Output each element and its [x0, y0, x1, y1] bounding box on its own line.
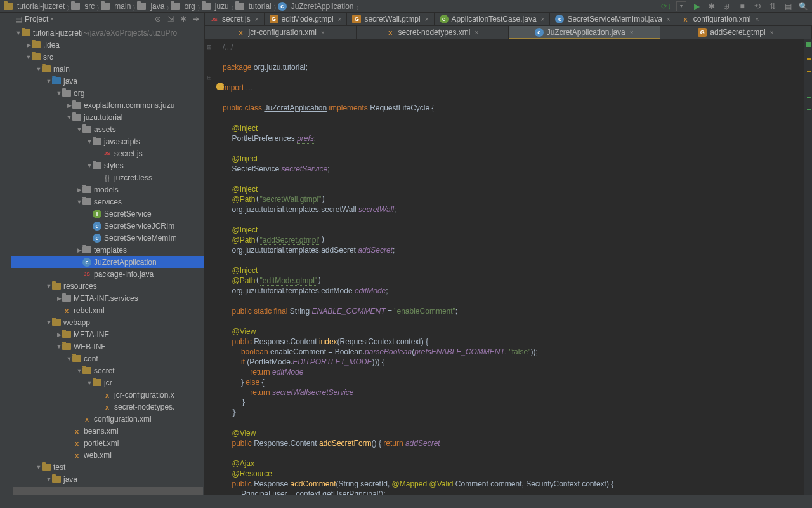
- tree-node[interactable]: portlet.xml: [11, 437, 204, 449]
- tree-node[interactable]: juzcret.less: [11, 171, 204, 184]
- close-icon[interactable]: ×: [255, 16, 259, 23]
- make-button[interactable]: ⟳↓: [661, 1, 671, 11]
- ok-mark[interactable]: [807, 109, 811, 110]
- collapse-icon[interactable]: ⇲: [166, 15, 175, 23]
- tree-node[interactable]: beans.xml: [11, 425, 204, 437]
- close-icon[interactable]: ×: [667, 16, 671, 23]
- tree-node[interactable]: ▼tutorial-juzcret (~/java/eXoProjects/Ju…: [11, 27, 204, 39]
- intention-bulb-icon[interactable]: [216, 83, 224, 90]
- tree-node[interactable]: cSecretServiceJCRIm: [11, 220, 204, 232]
- editor-tab[interactable]: cApplicationTestCase.java×: [435, 13, 551, 25]
- tree-node[interactable]: ▼juzu.tutorial: [11, 111, 204, 123]
- inspection-indicator[interactable]: [806, 42, 811, 47]
- run-config-dropdown[interactable]: [676, 1, 686, 11]
- close-icon[interactable]: ×: [321, 29, 325, 36]
- coverage-button[interactable]: ⛨: [722, 1, 732, 11]
- tree-node[interactable]: web.xml: [11, 449, 204, 461]
- editor-area: secret.js×editMode.gtmpl×secretWall.gtmp…: [205, 13, 812, 495]
- tree-node[interactable]: ▶templates: [11, 244, 204, 256]
- breadcrumb-item[interactable]: cJuZcretApplication: [278, 2, 359, 11]
- breadcrumb-item[interactable]: tutorial: [235, 2, 277, 11]
- warning-mark[interactable]: [807, 71, 811, 72]
- vcs-button[interactable]: ⇅: [768, 1, 778, 11]
- tree-node[interactable]: ▶exoplatform.commons.juzu: [11, 99, 204, 111]
- tree-node[interactable]: rebel.xml: [11, 304, 204, 316]
- tree-node[interactable]: ▼WEB-INF: [11, 340, 204, 352]
- tree-node[interactable]: ▼java: [11, 473, 204, 485]
- autoscroll-icon[interactable]: ⊙: [154, 15, 162, 23]
- project-title[interactable]: Project: [25, 15, 48, 23]
- search-icon[interactable]: 🔍: [798, 1, 808, 11]
- breadcrumb-item[interactable]: main: [101, 2, 136, 11]
- editor-tab[interactable]: secret-nodetypes.xml×: [357, 26, 508, 39]
- close-icon[interactable]: ×: [755, 16, 759, 23]
- tree-node[interactable]: ▶.idea: [11, 39, 204, 51]
- tree-node[interactable]: secret-nodetypes.: [11, 401, 204, 413]
- breadcrumb-item[interactable]: tutorial-juzcret: [4, 2, 70, 11]
- tree-node[interactable]: ▶META-INF: [11, 328, 204, 340]
- close-icon[interactable]: ×: [475, 29, 478, 36]
- tree-node[interactable]: ▼secret: [11, 364, 204, 377]
- breadcrumb-item[interactable]: org: [171, 2, 200, 11]
- fold-toggle[interactable]: ⊞: [207, 42, 212, 52]
- project-panel: ▤ Project ▾ ⊙ ⇲ ✱ ➔ ▼tutorial-juzcret (~…: [11, 13, 205, 495]
- tree-node[interactable]: ▼main: [11, 63, 204, 75]
- ok-mark[interactable]: [807, 97, 811, 98]
- tree-node[interactable]: secret.js: [11, 147, 204, 159]
- editor-tab[interactable]: configuration.xml×: [676, 13, 765, 25]
- error-stripe[interactable]: [804, 39, 812, 495]
- run-button[interactable]: ▶: [691, 1, 702, 11]
- tree-node[interactable]: ▼java: [11, 75, 204, 87]
- structure-button[interactable]: ▤: [783, 1, 793, 11]
- debug-button[interactable]: ✱: [707, 1, 717, 11]
- editor-tab[interactable]: secretWall.gtmpl×: [347, 13, 434, 25]
- project-panel-header: ▤ Project ▾ ⊙ ⇲ ✱ ➔: [11, 13, 204, 25]
- tree-node[interactable]: ▼test: [11, 461, 204, 473]
- tree-node[interactable]: ISecretService: [11, 208, 204, 220]
- tree-node[interactable]: ▼conf: [11, 352, 204, 364]
- code-content[interactable]: /.../ package org.juzu.tutorial; import …: [211, 42, 812, 495]
- breadcrumb-item[interactable]: juzu: [202, 2, 234, 11]
- project-tree[interactable]: ▼tutorial-juzcret (~/java/eXoProjects/Ju…: [11, 25, 204, 487]
- tree-node[interactable]: ▼resources: [11, 280, 204, 292]
- fold-toggle[interactable]: ⊞: [207, 72, 212, 83]
- stop-button[interactable]: ■: [737, 1, 747, 11]
- reload-button[interactable]: ⟲: [752, 1, 763, 11]
- breadcrumb: tutorial-juzcretsrcmainjavaorgjuzututori…: [4, 2, 359, 11]
- tree-node[interactable]: package-info.java: [11, 268, 204, 280]
- close-icon[interactable]: ×: [630, 29, 634, 36]
- scrollbar[interactable]: [13, 487, 203, 495]
- settings-icon[interactable]: ✱: [179, 15, 188, 23]
- tree-node[interactable]: cJuZcretApplication: [11, 256, 204, 268]
- tree-node[interactable]: jcr-configuration.x: [11, 389, 204, 401]
- tree-node[interactable]: ▼src: [11, 51, 204, 63]
- status-bar: [0, 495, 812, 508]
- tree-node[interactable]: ▼org: [11, 87, 204, 99]
- close-icon[interactable]: ×: [338, 16, 342, 23]
- close-icon[interactable]: ×: [770, 29, 774, 36]
- close-icon[interactable]: ×: [541, 16, 545, 23]
- editor-tab[interactable]: editMode.gtmpl×: [265, 13, 348, 25]
- project-dropdown-icon[interactable]: ▤: [15, 15, 22, 23]
- tree-node[interactable]: ▼javascripts: [11, 135, 204, 147]
- tree-node[interactable]: ▶models: [11, 184, 204, 196]
- tree-node[interactable]: ▶META-INF.services: [11, 292, 204, 304]
- editor-tab[interactable]: addSecret.gtmpl×: [660, 26, 812, 39]
- warning-mark[interactable]: [807, 58, 811, 60]
- tree-node[interactable]: configuration.xml: [11, 413, 204, 425]
- close-icon[interactable]: ×: [425, 16, 429, 23]
- breadcrumb-item[interactable]: src: [71, 2, 100, 11]
- tree-node[interactable]: ▼webapp: [11, 316, 204, 328]
- tree-node[interactable]: cSecretServiceMemIm: [11, 232, 204, 244]
- editor-tab[interactable]: jcr-configuration.xml×: [205, 26, 357, 39]
- tree-node[interactable]: ▼assets: [11, 123, 204, 135]
- breadcrumb-item[interactable]: java: [137, 2, 169, 11]
- tree-node[interactable]: ▼jcr: [11, 377, 204, 389]
- editor-tab[interactable]: secret.js×: [205, 13, 265, 25]
- hide-icon[interactable]: ➔: [192, 15, 200, 23]
- tree-node[interactable]: ▼services: [11, 196, 204, 208]
- editor-tab[interactable]: cSecretServiceMemImpl.java×: [550, 13, 676, 25]
- editor-tab[interactable]: cJuZcretApplication.java×: [509, 26, 660, 39]
- code-editor[interactable]: ⊞ ⊞ /.../ package org.juzu.tutorial; imp…: [205, 39, 812, 495]
- tree-node[interactable]: ▼styles: [11, 159, 204, 171]
